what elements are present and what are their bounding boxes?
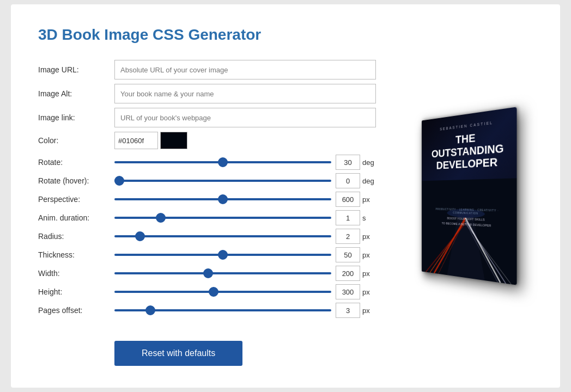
perspective-unit: px [362,195,376,204]
radius-slider-container [114,235,331,237]
image-url-label: Image URL: [38,65,114,74]
perspective-label: Perspective: [38,195,114,204]
image-alt-label: Image Alt: [38,89,114,98]
reset-button[interactable]: Reset with defaults [114,341,242,366]
height-value-input[interactable] [336,284,360,299]
height-label: Height: [38,287,114,296]
rotate-value-input[interactable] [336,155,360,170]
image-link-label: Image link: [38,113,114,122]
svg-line-8 [465,223,511,284]
perspective-value-input[interactable] [336,192,360,207]
book-title-line1: THE OUTSTANDING [427,127,510,160]
svg-line-9 [465,222,498,283]
width-row: Width: px [38,266,376,281]
image-url-row: Image URL: [38,60,376,79]
rotate-slider[interactable] [114,161,331,163]
anim-duration-value-input[interactable] [336,210,360,225]
width-value-input[interactable] [336,266,360,281]
rotate-hover-value-input[interactable] [336,173,360,188]
width-slider-container [114,272,331,274]
book-title: THE OUTSTANDING DEVELOPER [427,127,510,172]
image-alt-input[interactable] [114,84,376,103]
image-alt-row: Image Alt: [38,84,376,103]
rotate-label: Rotate: [38,158,114,167]
rotate-hover-label: Rotate (hover): [38,176,114,185]
rotate-hover-slider-container [114,180,331,182]
thickness-row: Thickness: px [38,247,376,262]
pages-offset-slider-container [114,309,331,311]
book-author: SEBASTIEN CASTIEL [440,120,493,131]
book-3d-wrapper: SEBASTIEN CASTIEL THE OUTSTANDING DEVELO… [422,107,517,285]
height-slider[interactable] [114,291,331,293]
anim-duration-label: Anim. duration: [38,213,114,222]
anim-duration-slider-container [114,217,331,219]
thickness-slider-container [114,254,331,256]
rotate-hover-row: Rotate (hover): deg [38,173,376,188]
radius-label: Radius: [38,232,114,241]
pages-offset-row: Pages offset: px [38,303,376,318]
thickness-unit: px [362,251,376,259]
right-panel: SEBASTIEN CASTIEL THE OUTSTANDING DEVELO… [398,26,533,366]
color-row: Color: [38,132,376,149]
book-cover: SEBASTIEN CASTIEL THE OUTSTANDING DEVELO… [422,107,517,285]
thickness-label: Thickness: [38,250,114,259]
perspective-row: Perspective: px [38,192,376,207]
svg-line-6 [465,218,500,283]
height-row: Height: px [38,284,376,299]
pages-offset-unit: px [362,307,376,315]
image-url-input[interactable] [114,60,376,79]
thickness-slider[interactable] [114,254,331,256]
anim-duration-row: Anim. duration: s [38,210,376,225]
main-container: 3D Book Image CSS Generator Image URL: I… [11,4,560,388]
form-area: Image URL: Image Alt: Image link: Color: [38,60,376,366]
color-text-input[interactable] [114,132,158,149]
road-background-svg [422,178,517,285]
width-unit: px [362,270,376,278]
left-panel: 3D Book Image CSS Generator Image URL: I… [38,26,376,366]
width-slider[interactable] [114,272,331,274]
pages-offset-label: Pages offset: [38,306,114,315]
rotate-unit: deg [362,158,376,167]
svg-line-7 [465,220,506,284]
image-link-input[interactable] [114,108,376,127]
page-title: 3D Book Image CSS Generator [38,26,376,44]
image-link-row: Image link: [38,108,376,127]
pages-offset-value-input[interactable] [336,303,360,318]
radius-value-input[interactable] [336,229,360,244]
radius-row: Radius: px [38,229,376,244]
color-label: Color: [38,136,114,145]
anim-duration-slider[interactable] [114,217,331,219]
pages-offset-slider[interactable] [114,309,331,311]
rotate-hover-slider[interactable] [114,180,331,182]
perspective-slider[interactable] [114,198,331,200]
perspective-slider-container [114,198,331,200]
reset-button-row: Reset with defaults [38,330,376,366]
height-slider-container [114,291,331,293]
width-label: Width: [38,269,114,278]
thickness-value-input[interactable] [336,247,360,262]
rotate-hover-unit: deg [362,177,376,185]
color-swatch[interactable] [160,132,187,149]
height-unit: px [362,288,376,296]
rotate-row: Rotate: deg [38,155,376,170]
radius-unit: px [362,232,376,241]
radius-slider[interactable] [114,235,331,237]
rotate-slider-container [114,161,331,163]
anim-duration-unit: s [362,214,376,222]
